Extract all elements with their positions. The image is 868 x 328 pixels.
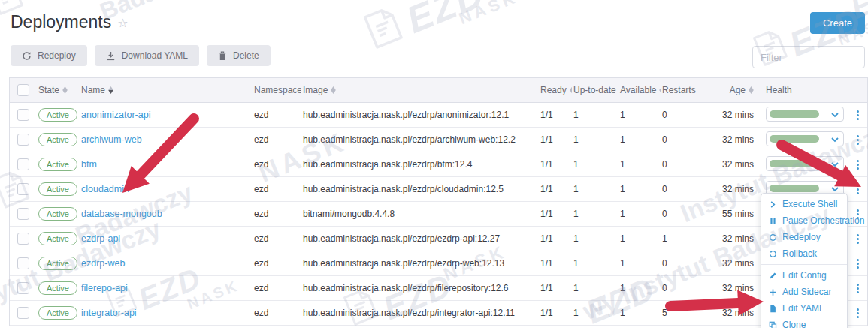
ready-cell: 1/1 [539, 209, 572, 219]
column-header-health: Health [754, 85, 848, 95]
column-header-up-to-date[interactable]: Up-to-date [572, 85, 618, 95]
health-indicator-dropdown[interactable] [766, 131, 844, 146]
available-cell: 1 [618, 184, 661, 194]
column-header-image[interactable]: Image [301, 85, 539, 95]
row-checkbox[interactable] [17, 208, 29, 220]
create-button[interactable]: Create [810, 12, 865, 34]
namespace-cell: ezd [253, 134, 301, 145]
health-bar [770, 185, 819, 192]
deployment-name-link[interactable]: cloudadmin [81, 184, 129, 194]
sort-icon [108, 86, 113, 94]
row-actions-kebab[interactable] [855, 257, 860, 270]
menu-item-pause-orchestration[interactable]: Pause Orchestration [761, 212, 847, 229]
menu-item-add-sidecar[interactable]: Add Sidecar [761, 284, 847, 300]
up-to-date-cell: 1 [572, 110, 618, 120]
row-actions-kebab[interactable] [855, 109, 860, 122]
restarts-cell: 0 [661, 134, 706, 145]
age-cell: 32 mins [706, 184, 754, 194]
age-cell: 55 mins [706, 209, 754, 219]
deployment-name-link[interactable]: archiwum-web [81, 134, 142, 145]
table-row: Active ezdrp-api ezd hub.eadministracja.… [10, 227, 867, 251]
namespace-cell: ezd [253, 283, 301, 293]
restarts-cell: 0 [661, 184, 706, 194]
menu-divider [761, 264, 847, 265]
table-row: Active anonimizator-api ezd hub.eadminis… [10, 103, 867, 128]
up-to-date-cell: 1 [572, 209, 618, 219]
available-cell: 1 [618, 233, 661, 244]
deployment-name-link[interactable]: ezdrp-web [81, 258, 125, 269]
column-header-state[interactable]: State [37, 85, 80, 95]
restarts-cell: 0 [661, 159, 706, 170]
health-indicator-dropdown[interactable] [766, 107, 844, 122]
row-actions-kebab[interactable] [855, 134, 860, 146]
download-yaml-button[interactable]: Download YAML [95, 45, 199, 66]
namespace-cell: ezd [253, 233, 301, 244]
row-checkbox[interactable] [17, 109, 29, 121]
restarts-cell: 5 [661, 308, 706, 318]
up-to-date-cell: 1 [572, 258, 618, 269]
deployment-name-link[interactable]: anonimizator-api [81, 110, 150, 120]
row-actions-kebab[interactable] [855, 282, 860, 295]
restarts-cell: 0 [661, 258, 706, 269]
row-actions-kebab[interactable] [855, 183, 860, 196]
select-all-checkbox[interactable] [17, 84, 29, 96]
available-cell: 1 [618, 308, 661, 318]
deployment-name-link[interactable]: database-mongodb [81, 209, 162, 219]
age-cell: 32 mins [706, 159, 754, 170]
deployment-name-link[interactable]: filerepo-api [81, 283, 128, 293]
status-badge: Active [38, 158, 77, 171]
column-header-restarts: Restarts [661, 85, 706, 95]
menu-item-redeploy[interactable]: Redeploy [761, 229, 847, 245]
status-badge: Active [38, 108, 77, 122]
health-bar [770, 135, 819, 143]
row-actions-kebab[interactable] [855, 233, 860, 245]
available-cell: 1 [618, 258, 661, 269]
image-cell: hub.eadministracja.nask.pl/ezdrp/ezdrp-a… [301, 233, 539, 244]
table-row: Active archiwum-web ezd hub.eadministrac… [10, 128, 867, 152]
up-to-date-cell: 1 [572, 308, 618, 318]
pause-icon [769, 217, 777, 225]
redeploy-button[interactable]: Redeploy [11, 45, 87, 66]
delete-button[interactable]: Delete [207, 45, 271, 66]
column-header-ready[interactable]: Ready [539, 85, 572, 95]
column-header-name[interactable]: Name [80, 85, 253, 95]
age-cell: 32 mins [706, 308, 754, 318]
filter-input[interactable] [752, 46, 865, 68]
shell-icon [769, 200, 777, 209]
deployment-name-link[interactable]: ezdrp-api [81, 233, 120, 244]
deployment-name-link[interactable]: btm [81, 159, 97, 170]
chevron-down-icon [830, 110, 839, 119]
row-checkbox[interactable] [17, 233, 29, 245]
row-checkbox[interactable] [17, 183, 29, 195]
row-checkbox[interactable] [17, 257, 29, 269]
refresh-icon [22, 51, 32, 61]
plus-icon [769, 288, 777, 296]
status-badge: Active [38, 281, 77, 295]
available-cell: 1 [618, 110, 661, 120]
image-cell: hub.eadministracja.nask.pl/ezdrp/archiwu… [301, 134, 539, 145]
row-checkbox[interactable] [17, 134, 29, 146]
deployment-name-link[interactable]: integrator-api [81, 308, 137, 318]
trash-icon [218, 51, 227, 61]
menu-item-rollback[interactable]: Rollback [761, 245, 847, 262]
menu-item-clone[interactable]: Clone [761, 317, 847, 328]
row-checkbox[interactable] [17, 307, 29, 319]
row-actions-kebab[interactable] [855, 307, 860, 320]
age-cell: 32 mins [706, 233, 754, 244]
favorite-star-icon[interactable]: ☆ [117, 16, 128, 30]
column-header-age[interactable]: Age [706, 85, 754, 95]
row-actions-kebab[interactable] [855, 158, 860, 171]
age-cell: 32 mins [706, 134, 754, 145]
column-header-available[interactable]: Available [618, 85, 661, 95]
health-indicator-dropdown[interactable] [766, 156, 844, 171]
column-header-namespace[interactable]: Namespace [253, 85, 301, 95]
menu-item-execute-shell[interactable]: Execute Shell [761, 196, 847, 212]
age-cell: 32 mins [706, 258, 754, 269]
table-row: Active database-mongodb ezd bitnami/mong… [10, 202, 867, 227]
menu-item-edit-yaml[interactable]: Edit YAML [761, 300, 847, 317]
file-icon [769, 305, 777, 313]
row-checkbox[interactable] [17, 282, 29, 294]
menu-item-edit-config[interactable]: Edit Config [761, 267, 847, 284]
table-row: Active btm ezd hub.eadministracja.nask.p… [10, 152, 867, 177]
row-checkbox[interactable] [17, 158, 29, 170]
